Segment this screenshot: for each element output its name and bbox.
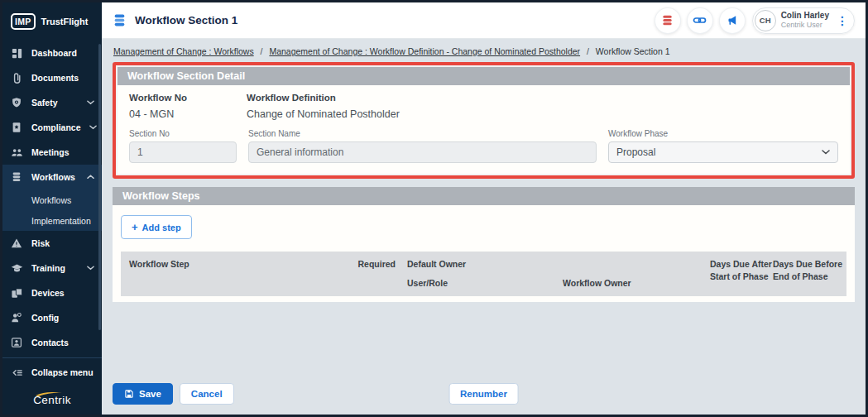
save-button[interactable]: Save (113, 383, 173, 405)
user-meta: Colin Harley Centrik User (781, 11, 829, 31)
renumber-button[interactable]: Renumber (448, 383, 519, 405)
imp-logo-badge: IMP (11, 13, 36, 30)
meetings-icon (10, 146, 23, 159)
chevron-up-icon (87, 175, 94, 180)
sidebar-item-contacts[interactable]: Contacts (2, 330, 102, 355)
breadcrumb-separator: / (587, 46, 589, 56)
cancel-button[interactable]: Cancel (180, 383, 234, 405)
column-required: Required (354, 258, 396, 289)
footer-actions: Save Cancel Renumber (113, 376, 855, 415)
sidebar-subitem-implementation[interactable]: Implementation (2, 210, 102, 231)
dashboard-icon (10, 47, 23, 60)
section-detail-body: Workflow No 04 - MGN Workflow Definition… (117, 85, 850, 174)
collapse-menu-button[interactable]: Collapse menu (2, 360, 102, 385)
breadcrumb-link-definition[interactable]: Management of Change : Workflow Definiti… (269, 46, 580, 56)
kebab-menu-icon[interactable]: ⋮ (834, 14, 851, 27)
workflow-phase-value: Proposal (616, 146, 655, 158)
graduation-cap-icon (10, 262, 23, 275)
config-icon (10, 312, 23, 324)
main-area: Workflow Section 1 CH Colin Harley Centr… (102, 2, 866, 415)
chevron-down-icon (89, 125, 97, 130)
collapse-menu-label: Collapse menu (31, 367, 94, 377)
column-days-due-before: Days Due Before End of Phase (773, 258, 852, 289)
section-no-label: Section No (129, 129, 237, 138)
sidebar-item-label: Risk (31, 238, 50, 248)
cancel-label: Cancel (191, 389, 223, 399)
save-label: Save (139, 389, 161, 399)
add-step-label: Add step (142, 223, 181, 232)
breadcrumb: Management of Change : Workflows / Manag… (113, 39, 855, 62)
shield-icon (10, 97, 23, 108)
workflow-steps-body: Add step Workflow Step Required Default … (113, 205, 855, 302)
paperclip-icon (10, 72, 23, 84)
breadcrumb-separator: / (261, 46, 263, 56)
avatar: CH (755, 10, 776, 31)
sidebar-item-devices[interactable]: Devices (2, 280, 102, 305)
section-name-label: Section Name (248, 129, 597, 138)
centrik-swoosh-icon (35, 391, 63, 397)
sidebar-item-label: Contacts (31, 338, 69, 348)
brand-name: TrustFlight (41, 17, 89, 26)
sidebar-item-risk[interactable]: Risk (2, 231, 102, 256)
sidebar-item-meetings[interactable]: Meetings (2, 140, 102, 165)
workflow-section-detail-panel: Workflow Section Detail Workflow No 04 -… (117, 67, 850, 174)
sidebar-item-workflows[interactable]: Workflows (2, 165, 102, 189)
column-workflow-step: Workflow Step (129, 258, 354, 289)
sidebar-item-label: Dashboard (31, 48, 77, 58)
sidebar-item-dashboard[interactable]: Dashboard (2, 41, 102, 65)
add-step-button[interactable]: Add step (121, 215, 192, 239)
sidebar-item-config[interactable]: Config (2, 305, 102, 330)
workflow-steps-header: Workflow Steps (113, 187, 855, 205)
sidebar: IMP TrustFlight Dashboard Documents Safe… (2, 2, 102, 415)
sidebar-item-documents[interactable]: Documents (2, 65, 102, 90)
workflow-no-value: 04 - MGN (129, 108, 247, 120)
top-header: Workflow Section 1 CH Colin Harley Centr… (102, 2, 866, 39)
plus-icon (132, 221, 138, 233)
breadcrumb-current: Workflow Section 1 (596, 46, 670, 56)
sidebar-group-workflows: Workflows Workflows Implementation (2, 165, 102, 231)
chevron-down-icon (822, 150, 830, 155)
chevron-down-icon (87, 266, 94, 271)
section-no-input[interactable] (129, 141, 237, 163)
sidebar-divider (2, 357, 102, 358)
sidebar-item-training[interactable]: Training (2, 256, 102, 280)
section-name-input[interactable] (248, 141, 597, 163)
user-menu[interactable]: CH Colin Harley Centrik User ⋮ (752, 7, 855, 34)
red-layers-button[interactable] (655, 8, 680, 33)
workflow-layers-icon (113, 13, 127, 27)
sidebar-item-compliance[interactable]: Compliance (2, 115, 102, 140)
workflow-phase-label: Workflow Phase (608, 129, 838, 138)
breadcrumb-link-workflows[interactable]: Management of Change : Workflows (113, 46, 254, 56)
centrik-logo: Centrik (2, 385, 102, 415)
sidebar-item-label: Devices (31, 288, 65, 298)
sidebar-subitem-workflows[interactable]: Workflows (2, 189, 102, 210)
workflow-phase-select[interactable]: Proposal (608, 141, 838, 163)
sidebar-item-label: Workflows (31, 172, 75, 182)
column-workflow-owner: Workflow Owner (563, 258, 710, 289)
contacts-icon (10, 337, 23, 348)
highlight-annotation-box: Workflow Section Detail Workflow No 04 -… (113, 62, 855, 179)
sidebar-item-label: Compliance (31, 122, 81, 132)
column-days-due-after: Days Due After Start of Phase (710, 258, 773, 289)
sidebar-item-label: Meetings (31, 147, 70, 157)
compliance-doc-icon (10, 122, 23, 133)
sidebar-item-label: Safety (31, 98, 58, 108)
chevron-down-icon (87, 100, 94, 105)
steps-table-header: Workflow Step Required Default Owner Use… (121, 252, 846, 296)
megaphone-button[interactable] (720, 8, 745, 33)
sidebar-item-label: Documents (31, 73, 79, 83)
sidebar-item-label: Training (31, 263, 65, 273)
user-name: Colin Harley (781, 11, 829, 22)
workflow-no-label: Workflow No (129, 93, 247, 103)
workflow-steps-panel: Workflow Steps Add step Workflow Step Re… (113, 187, 855, 302)
sidebar-item-safety[interactable]: Safety (2, 90, 102, 115)
sidebar-scrollbar[interactable] (98, 44, 101, 330)
topbar-actions: CH Colin Harley Centrik User ⋮ (655, 7, 855, 34)
brand-logo[interactable]: IMP TrustFlight (2, 2, 102, 41)
user-role: Centrik User (781, 21, 829, 30)
link-button[interactable] (688, 8, 712, 33)
section-detail-header: Workflow Section Detail (117, 67, 850, 85)
warning-triangle-icon (10, 237, 23, 249)
layers-icon (10, 171, 23, 183)
collapse-menu-icon (10, 367, 23, 379)
